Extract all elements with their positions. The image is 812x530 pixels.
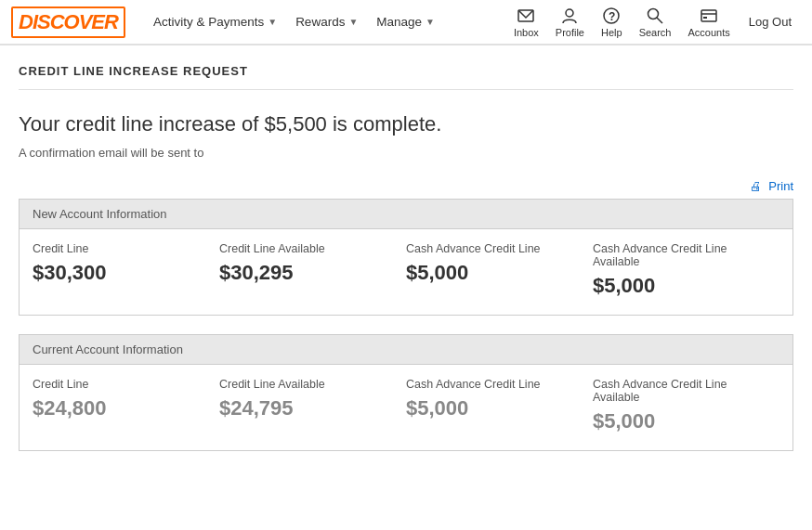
main-content: CREDIT LINE INCREASE REQUEST Your credit… bbox=[0, 45, 812, 498]
svg-rect-6 bbox=[701, 10, 716, 21]
new-credit-line-label: Credit Line bbox=[33, 242, 210, 255]
new-cash-advance-available-label: Cash Advance Credit Line Available bbox=[593, 242, 770, 268]
confirmation-text: A confirmation email will be sent to bbox=[19, 146, 793, 160]
current-credit-line-label: Credit Line bbox=[33, 378, 210, 391]
nav-activity-label: Activity & Payments bbox=[153, 15, 264, 29]
new-credit-line-value: $30,300 bbox=[33, 261, 210, 285]
print-button[interactable]: 🖨 Print bbox=[750, 179, 793, 193]
new-cash-advance-available-col: Cash Advance Credit Line Available $5,00… bbox=[593, 242, 779, 298]
svg-rect-8 bbox=[703, 17, 707, 19]
nav-rewards-arrow: ▼ bbox=[348, 17, 358, 27]
new-account-section: New Account Information Credit Line $30,… bbox=[19, 199, 793, 316]
accounts-icon bbox=[700, 6, 718, 25]
accounts-label: Accounts bbox=[688, 27, 729, 38]
current-cash-advance-value: $5,000 bbox=[406, 396, 583, 420]
new-cash-advance-label: Cash Advance Credit Line bbox=[406, 242, 583, 255]
help-label: Help bbox=[601, 27, 622, 38]
nav-inbox[interactable]: Inbox bbox=[506, 0, 546, 45]
profile-icon bbox=[560, 6, 579, 25]
logout-button[interactable]: Log Out bbox=[740, 0, 801, 45]
logo-text: DISCOVER bbox=[11, 6, 125, 38]
profile-label: Profile bbox=[556, 27, 584, 38]
new-account-header: New Account Information bbox=[20, 200, 792, 229]
search-icon bbox=[646, 6, 664, 25]
nav-manage-arrow: ▼ bbox=[426, 17, 435, 27]
current-credit-line-value: $24,800 bbox=[33, 396, 210, 420]
svg-point-4 bbox=[648, 8, 659, 19]
current-cash-advance-available-value: $5,000 bbox=[593, 409, 770, 433]
current-credit-line-available-col: Credit Line Available $24,795 bbox=[219, 378, 406, 433]
print-label: Print bbox=[768, 179, 793, 193]
new-cash-advance-col: Cash Advance Credit Line $5,000 bbox=[406, 242, 593, 298]
print-link-container: 🖨 Print bbox=[19, 178, 793, 193]
nav-activity-arrow: ▼ bbox=[268, 17, 277, 27]
nav-item-manage[interactable]: Manage ▼ bbox=[367, 0, 444, 45]
inbox-label: Inbox bbox=[514, 27, 539, 38]
success-message: Your credit line increase of $5,500 is c… bbox=[19, 112, 793, 136]
help-icon: ? bbox=[602, 6, 621, 25]
print-icon: 🖨 bbox=[750, 179, 762, 193]
nav-help[interactable]: ? Help bbox=[594, 0, 630, 45]
nav-icons: Inbox Profile ? Help Search bbox=[506, 0, 801, 45]
current-cash-advance-available-col: Cash Advance Credit Line Available $5,00… bbox=[593, 378, 779, 433]
new-credit-line-available-col: Credit Line Available $30,295 bbox=[219, 242, 406, 298]
nav-accounts[interactable]: Accounts bbox=[680, 0, 737, 45]
search-label: Search bbox=[639, 27, 672, 38]
nav-item-activity[interactable]: Activity & Payments ▼ bbox=[144, 0, 286, 45]
new-credit-line-available-label: Credit Line Available bbox=[219, 242, 397, 255]
logo[interactable]: DISCOVER bbox=[11, 6, 125, 38]
current-account-header: Current Account Information bbox=[20, 335, 792, 365]
nav-search[interactable]: Search bbox=[632, 0, 679, 45]
current-cash-advance-col: Cash Advance Credit Line $5,000 bbox=[406, 378, 593, 433]
nav-profile[interactable]: Profile bbox=[548, 0, 592, 45]
current-cash-advance-label: Cash Advance Credit Line bbox=[406, 378, 583, 391]
current-credit-line-available-value: $24,795 bbox=[219, 396, 397, 420]
new-cash-advance-available-value: $5,000 bbox=[593, 274, 770, 298]
navbar: DISCOVER Activity & Payments ▼ Rewards ▼… bbox=[0, 0, 812, 45]
current-account-section: Current Account Information Credit Line … bbox=[19, 334, 793, 451]
new-cash-advance-value: $5,000 bbox=[406, 261, 583, 285]
nav-links: Activity & Payments ▼ Rewards ▼ Manage ▼ bbox=[144, 0, 506, 45]
nav-rewards-label: Rewards bbox=[295, 15, 345, 29]
current-account-body: Credit Line $24,800 Credit Line Availabl… bbox=[20, 365, 792, 450]
new-credit-line-col: Credit Line $30,300 bbox=[33, 242, 219, 298]
svg-text:?: ? bbox=[609, 10, 615, 23]
svg-point-1 bbox=[566, 9, 573, 17]
current-credit-line-col: Credit Line $24,800 bbox=[33, 378, 219, 433]
nav-manage-label: Manage bbox=[376, 15, 422, 29]
inbox-icon bbox=[517, 6, 535, 25]
new-account-body: Credit Line $30,300 Credit Line Availabl… bbox=[20, 229, 792, 315]
current-cash-advance-available-label: Cash Advance Credit Line Available bbox=[593, 378, 770, 404]
nav-item-rewards[interactable]: Rewards ▼ bbox=[286, 0, 367, 45]
page-title: CREDIT LINE INCREASE REQUEST bbox=[19, 64, 793, 90]
new-credit-line-available-value: $30,295 bbox=[219, 261, 397, 285]
svg-line-5 bbox=[657, 18, 662, 23]
current-credit-line-available-label: Credit Line Available bbox=[219, 378, 397, 391]
